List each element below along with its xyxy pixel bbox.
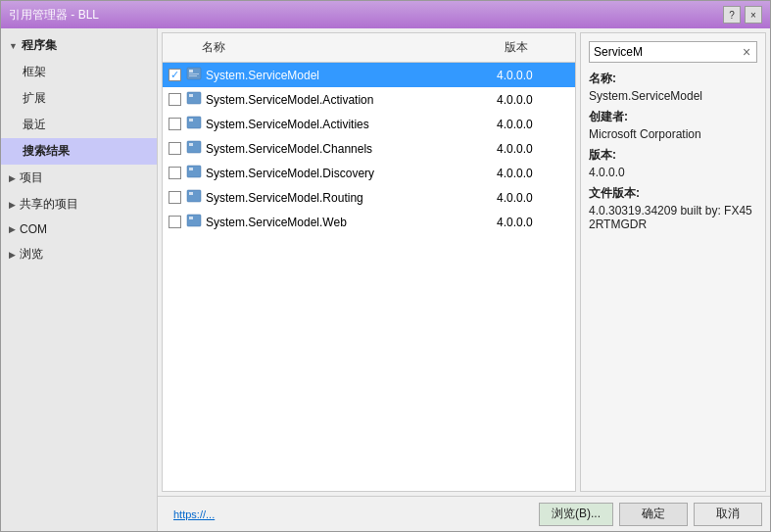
list-row[interactable]: System.ServiceModel.Activities 4.0.0.0 [163, 112, 575, 136]
svg-rect-8 [187, 141, 201, 153]
detail-creator-label: 创建者: [589, 109, 757, 125]
detail-name-label: 名称: [589, 71, 757, 87]
assembly-icon [186, 90, 206, 109]
row-checkbox-5[interactable] [163, 167, 186, 179]
svg-rect-7 [189, 119, 193, 121]
sidebar-group-shared-projects[interactable]: ▶ 共享的项目 [1, 191, 157, 218]
search-input[interactable] [594, 45, 741, 59]
checkbox-icon[interactable] [169, 142, 181, 155]
sidebar-group-browse[interactable]: ▶ 浏览 [1, 241, 157, 267]
sidebar-group-projects[interactable]: ▶ 项目 [1, 165, 157, 191]
sidebar-group-projects-label: 项目 [20, 169, 43, 186]
header-name: 名称 [163, 37, 497, 58]
close-button[interactable]: × [745, 6, 762, 24]
detail-panel: × 名称: System.ServiceModel 创建者: Microsoft… [580, 32, 766, 492]
svg-rect-2 [189, 73, 199, 74]
row-checkbox-2[interactable] [163, 93, 186, 106]
list-row[interactable]: System.ServiceModel.Discovery 4.0.0.0 [163, 161, 575, 185]
svg-rect-6 [187, 117, 201, 128]
content-area: 名称 版本 [158, 28, 770, 531]
row-name-6: System.ServiceModel.Routing [206, 191, 497, 205]
svg-rect-3 [189, 75, 197, 76]
sidebar-group-shared-label: 共享的项目 [20, 196, 78, 213]
checkbox-icon[interactable] [169, 167, 181, 179]
chevron-right-icon-shared: ▶ [9, 200, 16, 210]
detail-version-value: 4.0.0.0 [589, 166, 757, 179]
sidebar-group-com[interactable]: ▶ COM [1, 218, 157, 241]
row-checkbox-6[interactable] [163, 191, 186, 204]
row-name-3: System.ServiceModel.Activities [206, 118, 497, 131]
list-row[interactable]: System.ServiceModel.Channels 4.0.0.0 [163, 136, 575, 161]
row-checkbox-1[interactable] [163, 69, 186, 81]
row-name-1: System.ServiceModel [206, 69, 497, 82]
row-version-3: 4.0.0.0 [497, 118, 575, 131]
sidebar-item-recent[interactable]: 最近 [1, 112, 157, 138]
help-link[interactable]: https://... [173, 508, 215, 520]
checkbox-icon[interactable] [169, 118, 181, 130]
svg-rect-9 [189, 143, 193, 146]
list-row[interactable]: System.ServiceModel.Routing 4.0.0.0 [163, 185, 575, 210]
window-title: 引用管理器 - BLL [9, 7, 99, 24]
sidebar-item-framework[interactable]: 框架 [1, 59, 157, 85]
header-version: 版本 [497, 37, 575, 58]
assembly-icon [186, 213, 206, 231]
row-name-5: System.ServiceModel.Discovery [206, 167, 497, 180]
sidebar-item-extensions[interactable]: 扩展 [1, 85, 157, 112]
title-bar-buttons: ? × [723, 6, 762, 24]
row-version-1: 4.0.0.0 [497, 69, 575, 82]
list-panel: 名称 版本 [162, 32, 576, 492]
cancel-button[interactable]: 取消 [694, 503, 762, 526]
svg-rect-1 [189, 70, 193, 73]
svg-rect-12 [187, 190, 201, 202]
sidebar-item-search-results[interactable]: 搜索结果 [1, 138, 157, 165]
list-row[interactable]: System.ServiceModel.Web 4.0.0.0 [163, 210, 575, 234]
checkbox-icon[interactable] [169, 191, 181, 204]
assembly-icon [186, 188, 206, 207]
checkbox-icon[interactable] [169, 93, 181, 106]
row-version-2: 4.0.0.0 [497, 93, 575, 107]
sidebar-group-assemblies-label: 程序集 [22, 37, 57, 54]
help-button[interactable]: ? [723, 6, 741, 24]
search-clear-button[interactable]: × [741, 44, 752, 60]
row-name-7: System.ServiceModel.Web [206, 216, 497, 229]
ok-button[interactable]: 确定 [619, 503, 688, 526]
sidebar-group-assemblies[interactable]: ▼ 程序集 [1, 32, 157, 59]
chevron-down-icon: ▼ [9, 41, 18, 51]
detail-version-label: 版本: [589, 147, 757, 164]
assembly-icon [186, 66, 206, 84]
sidebar: ▼ 程序集 框架 扩展 最近 搜索结果 ▶ 项目 ▶ 共 [1, 28, 158, 531]
browse-button[interactable]: 浏览(B)... [539, 503, 613, 526]
svg-rect-4 [187, 92, 201, 104]
list-body[interactable]: System.ServiceModel 4.0.0.0 [163, 63, 575, 491]
row-name-4: System.ServiceModel.Channels [206, 142, 497, 156]
row-version-4: 4.0.0.0 [497, 142, 575, 156]
list-row[interactable]: System.ServiceModel 4.0.0.0 [163, 63, 575, 87]
main-content: ▼ 程序集 框架 扩展 最近 搜索结果 ▶ 项目 ▶ 共 [1, 28, 770, 531]
list-header: 名称 版本 [163, 33, 575, 63]
svg-rect-11 [189, 168, 193, 170]
svg-rect-5 [189, 94, 193, 97]
row-checkbox-7[interactable] [163, 216, 186, 228]
row-version-6: 4.0.0.0 [497, 191, 575, 205]
checkbox-icon[interactable] [169, 216, 181, 228]
chevron-right-icon-com: ▶ [9, 224, 16, 234]
svg-rect-14 [187, 215, 201, 226]
row-checkbox-4[interactable] [163, 142, 186, 155]
sidebar-group-browse-label: 浏览 [20, 246, 43, 263]
list-row[interactable]: System.ServiceModel.Activation 4.0.0.0 [163, 87, 575, 112]
chevron-right-icon-browse: ▶ [9, 250, 16, 260]
row-version-5: 4.0.0.0 [497, 167, 575, 180]
row-version-7: 4.0.0.0 [497, 216, 575, 229]
svg-rect-15 [189, 217, 193, 219]
detail-file-version-label: 文件版本: [589, 185, 757, 202]
top-section: 名称 版本 [158, 28, 770, 496]
detail-file-version-value: 4.0.30319.34209 built by: FX452RTMGDR [589, 204, 757, 231]
row-checkbox-3[interactable] [163, 118, 186, 130]
checkbox-icon[interactable] [169, 69, 181, 81]
search-box[interactable]: × [589, 41, 757, 63]
assembly-icon [186, 164, 206, 182]
sidebar-group-com-label: COM [20, 222, 47, 236]
bottom-bar: https://... 浏览(B)... 确定 取消 [158, 496, 770, 531]
title-bar: 引用管理器 - BLL ? × [1, 1, 770, 28]
svg-rect-13 [189, 192, 193, 195]
